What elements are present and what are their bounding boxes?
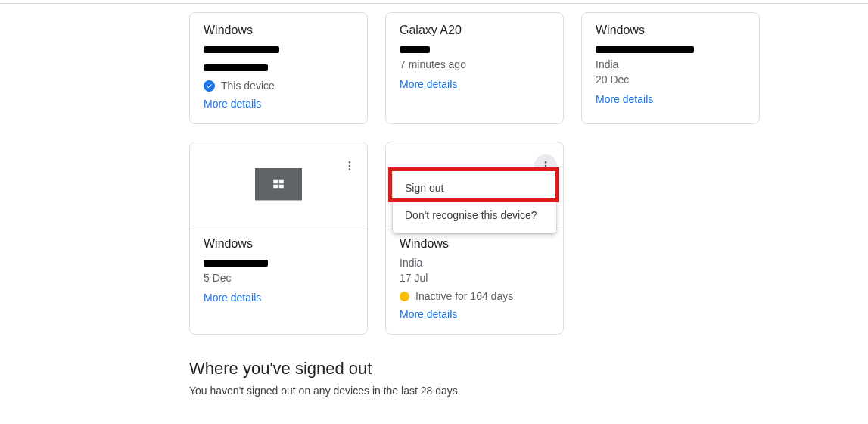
svg-point-1 <box>349 165 351 167</box>
status-text: This device <box>221 80 275 92</box>
more-details-link[interactable]: More details <box>204 98 353 110</box>
device-card: Windows India 20 Dec More details <box>581 12 760 124</box>
device-card: Windows 5 Dec More details <box>189 142 368 335</box>
svg-point-2 <box>349 168 351 170</box>
card-overflow-menu[interactable] <box>338 154 361 177</box>
device-subline: 5 Dec <box>204 270 353 285</box>
device-title: Windows <box>204 23 353 37</box>
device-status: Inactive for 164 days <box>400 290 549 302</box>
svg-point-4 <box>545 165 547 167</box>
redacted-line <box>204 42 353 57</box>
device-context-menu: Sign out Don't recognise this device? <box>393 170 556 233</box>
check-icon <box>204 80 215 92</box>
redacted-line <box>596 42 745 57</box>
inactive-dot-icon <box>400 292 409 301</box>
device-title: Galaxy A20 <box>400 23 549 37</box>
more-details-link[interactable]: More details <box>400 308 549 320</box>
redacted-line <box>204 60 353 75</box>
device-subline: India <box>596 57 745 72</box>
device-subline: India <box>400 255 549 270</box>
svg-point-0 <box>349 161 351 164</box>
device-subline: 20 Dec <box>596 72 745 87</box>
device-title: Windows <box>204 237 353 251</box>
menu-dont-recognise[interactable]: Don't recognise this device? <box>393 201 556 229</box>
signed-out-section: Where you've signed out You haven't sign… <box>189 359 868 397</box>
svg-point-3 <box>545 161 547 164</box>
redacted-line <box>400 42 549 57</box>
device-thumb <box>190 142 367 226</box>
device-card: Windows This device More details <box>189 12 368 124</box>
device-title: Windows <box>596 23 745 37</box>
device-subline: 7 minutes ago <box>400 57 549 72</box>
section-body: You haven't signed out on any devices in… <box>189 385 868 397</box>
more-details-link[interactable]: More details <box>596 93 745 105</box>
windows-device-icon <box>255 168 302 200</box>
device-status: This device <box>204 80 353 92</box>
redacted-line <box>204 255 353 270</box>
device-title: Windows <box>400 237 549 251</box>
device-subline: 17 Jul <box>400 270 549 285</box>
device-card: Galaxy A20 7 minutes ago More details <box>385 12 564 124</box>
menu-sign-out[interactable]: Sign out <box>393 174 556 201</box>
more-details-link[interactable]: More details <box>400 78 549 90</box>
more-details-link[interactable]: More details <box>204 292 353 304</box>
status-text: Inactive for 164 days <box>415 290 513 302</box>
section-heading: Where you've signed out <box>189 359 868 379</box>
